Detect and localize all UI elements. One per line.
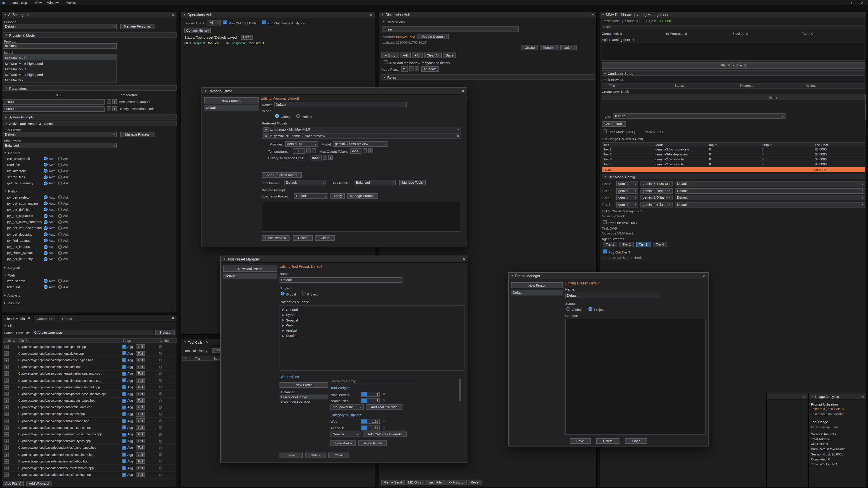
close-icon[interactable]: ✕ xyxy=(703,273,706,278)
ask-radio[interactable] xyxy=(58,279,62,283)
collapse-caret-icon[interactable]: ▼ xyxy=(204,90,207,92)
focus-agent-select[interactable]: All ▾ xyxy=(208,20,221,25)
reorder-handle-icon[interactable]: ≡ xyxy=(264,133,269,138)
multiplier-slider[interactable]: 1.5x xyxy=(361,419,380,424)
preset-content-textarea[interactable] xyxy=(565,319,706,435)
full-button[interactable]: Full xyxy=(135,452,145,457)
parameters-header[interactable]: ▼ Parameters xyxy=(3,85,177,91)
tree-item[interactable]: ▶ General xyxy=(280,307,464,312)
tree-item[interactable]: ▶ Runtime xyxy=(280,333,464,339)
list-item[interactable]: Default xyxy=(223,273,277,279)
ask-radio[interactable] xyxy=(58,195,62,199)
close-icon[interactable]: ✕ xyxy=(462,89,465,93)
scrollbar[interactable] xyxy=(865,95,866,133)
tier-provider-select[interactable]: gemini ▾ xyxy=(616,188,638,193)
model-list-item[interactable]: MiniMax-M2.5 xyxy=(3,55,116,60)
auto-radio[interactable] xyxy=(43,285,48,289)
list-item[interactable]: Balanced xyxy=(280,390,329,394)
window-minimize-icon[interactable]: — xyxy=(841,1,844,4)
add-tool-override-button[interactable]: Add Tool Override xyxy=(366,404,403,410)
auto-radio[interactable] xyxy=(43,257,48,261)
update-commit-button[interactable]: Update Commit xyxy=(417,34,449,39)
comms-history-button[interactable]: Comms History xyxy=(184,28,211,33)
pop-out-tier3-checkbox[interactable] xyxy=(603,250,607,253)
ask-radio[interactable] xyxy=(58,157,62,160)
base-dir-input[interactable] xyxy=(33,330,153,335)
full-button[interactable]: Full xyxy=(135,459,145,464)
manage-personas-button[interactable]: Manage Personas xyxy=(120,24,154,29)
close-icon[interactable]: ✕ xyxy=(463,257,465,262)
remove-file-button[interactable]: x xyxy=(4,473,9,477)
remove-file-button[interactable]: x xyxy=(4,365,9,369)
tier-preset-select[interactable]: Default ▾ xyxy=(675,202,865,207)
status-clear-button[interactable]: Clear xyxy=(241,35,253,39)
log-management-title[interactable]: Log Management xyxy=(641,13,668,17)
reorder-handle-icon[interactable]: ≡ xyxy=(264,127,269,132)
create-discussion-button[interactable]: Create xyxy=(522,45,538,50)
close-icon[interactable]: ✕ xyxy=(802,394,805,399)
close-button[interactable]: Close xyxy=(315,235,335,240)
new-profile-button[interactable]: New Profile xyxy=(280,382,329,388)
full-button[interactable]: Full xyxy=(135,446,145,450)
delete-profile-button[interactable]: Delete Profile xyxy=(358,440,387,446)
ask-radio[interactable] xyxy=(58,214,62,218)
tier-preset-select[interactable]: Default ▾ xyxy=(675,195,865,200)
tier-model-config-header[interactable]: ▼ Tier Model Config xyxy=(602,174,865,179)
agg-checkbox[interactable] xyxy=(122,385,126,389)
tree-item[interactable]: ▶ Analysis xyxy=(280,328,464,333)
collapse-caret-icon[interactable]: ▼ xyxy=(183,13,186,16)
ask-radio[interactable] xyxy=(58,226,62,230)
bias-profile-select[interactable]: Balanced ▾ xyxy=(3,143,117,148)
delete-button[interactable]: Delete xyxy=(305,453,326,458)
scope-global-radio[interactable] xyxy=(275,114,279,118)
full-button[interactable]: Full xyxy=(135,365,145,369)
to-history-button[interactable]: -> History xyxy=(445,480,467,485)
discussion-select[interactable]: main ▾ xyxy=(382,26,519,32)
auto-radio[interactable] xyxy=(43,195,48,199)
agg-checkbox[interactable] xyxy=(122,432,126,436)
ask-radio[interactable] xyxy=(58,257,62,261)
tool-preset-select[interactable]: Default ▾ xyxy=(284,180,326,185)
stream-tab[interactable]: Tier 2 xyxy=(619,242,634,247)
max-output-input[interactable] xyxy=(350,148,362,154)
auto-radio[interactable] xyxy=(43,238,48,242)
tier-model-select[interactable]: gemini-2.5-flash-lite ▾ xyxy=(640,202,673,207)
provider-select[interactable]: gemini_cli ▾ xyxy=(285,141,318,147)
temperature-decrement-button[interactable]: − xyxy=(306,148,311,153)
weight-slider[interactable]: 4 xyxy=(361,398,380,403)
ask-radio[interactable] xyxy=(58,251,62,255)
tree-item[interactable]: ▶ Surgical xyxy=(280,318,464,323)
remove-file-button[interactable]: x xyxy=(4,378,9,383)
collapse-caret-icon[interactable]: ▼ xyxy=(381,13,384,16)
delete-button[interactable]: Delete xyxy=(596,438,620,444)
remove-file-button[interactable]: x xyxy=(4,398,9,403)
truncate-button[interactable]: Truncate xyxy=(421,66,439,72)
tool-preset-select[interactable]: Default ▾ xyxy=(3,132,117,137)
remove-model-icon[interactable]: ✕ xyxy=(457,134,459,138)
scrollbar[interactable] xyxy=(459,379,461,448)
auto-add-checkbox[interactable] xyxy=(383,60,388,64)
remove-file-button[interactable]: x xyxy=(4,452,9,457)
remove-file-button[interactable]: x xyxy=(4,425,9,430)
agg-checkbox[interactable] xyxy=(122,446,126,450)
save-discussion-button[interactable]: Save xyxy=(443,53,456,58)
pop-out-dag-checkbox[interactable] xyxy=(603,220,607,224)
remove-weight-icon[interactable]: ✕ xyxy=(382,398,385,403)
remove-file-button[interactable]: x xyxy=(4,358,9,362)
pop-out-usage-checkbox[interactable] xyxy=(262,21,266,24)
remove-file-button[interactable]: x xyxy=(4,446,9,450)
tool-preset-manager-titlebar[interactable]: ▼ Tool Preset Manager ✕ xyxy=(221,256,468,263)
multiplier-slider[interactable]: 1.3x xyxy=(361,425,380,430)
delete-discussion-button[interactable]: Delete xyxy=(560,45,577,50)
tier-model-select[interactable]: gemini-2.5-flash-lite ▾ xyxy=(640,195,673,200)
md-only-button[interactable]: MD Only xyxy=(406,480,423,485)
reset-button[interactable]: Reset xyxy=(468,480,482,485)
tool-group-header[interactable]: ▼ Python xyxy=(2,189,90,194)
agg-checkbox[interactable] xyxy=(122,419,126,423)
scope-project-radio[interactable] xyxy=(588,307,592,311)
tier-preset-select[interactable]: Default ▾ xyxy=(675,188,865,193)
step-mode-checkbox[interactable] xyxy=(603,129,607,133)
agg-checkbox[interactable] xyxy=(122,426,126,429)
max-output-increment-button[interactable]: + xyxy=(368,148,373,153)
manage-presets-button[interactable]: Manage Presets xyxy=(120,132,154,137)
